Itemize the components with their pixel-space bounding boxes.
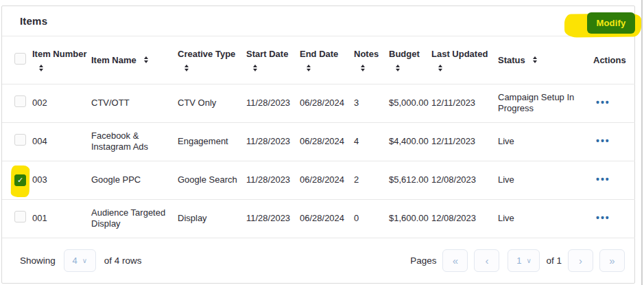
row-actions-button[interactable]: ••• <box>596 97 610 108</box>
modify-button[interactable]: Modify <box>587 12 635 34</box>
items-table: Item Number Item Name Creative Type <box>2 36 635 238</box>
cell-notes: 2 <box>354 161 389 199</box>
rows-per-page-select[interactable]: 4 ∨ <box>64 249 96 272</box>
sort-icon[interactable] <box>438 65 442 71</box>
sort-icon[interactable] <box>307 65 311 71</box>
table-row: 002 CTV/OTT CTV Only 11/28/2023 06/28/20… <box>2 84 635 122</box>
last-page-button[interactable]: » <box>599 249 625 272</box>
pages-label: Pages <box>410 255 436 266</box>
cell-end-date: 06/28/2024 <box>300 199 354 238</box>
cell-notes: 0 <box>354 199 389 238</box>
table-row: ✓ 003 Google PPC Google Search 11/28/202… <box>2 161 635 199</box>
col-budget[interactable]: Budget <box>389 36 431 84</box>
cell-status: Live <box>498 199 591 238</box>
cell-budget: $4,400.00 <box>389 122 431 161</box>
cell-item-name: Audience Targeted Display <box>91 199 178 238</box>
cell-item-number: 001 <box>32 199 91 238</box>
cell-last-updated: 12/11/2023 <box>431 84 498 122</box>
next-page-button[interactable]: › <box>568 249 593 272</box>
row-checkbox[interactable] <box>14 95 26 107</box>
sort-icon[interactable] <box>396 65 400 71</box>
cell-end-date: 06/28/2024 <box>300 161 354 199</box>
col-item-name[interactable]: Item Name <box>91 36 178 84</box>
check-icon: ✓ <box>17 176 23 184</box>
row-actions-button[interactable]: ••• <box>596 174 610 185</box>
cell-last-updated: 12/08/2023 <box>431 161 498 199</box>
cell-start-date: 11/28/2023 <box>246 122 300 161</box>
cell-notes: 4 <box>354 122 389 161</box>
page-value: 1 <box>516 255 521 266</box>
cell-end-date: 06/28/2024 <box>300 84 354 122</box>
cell-start-date: 11/28/2023 <box>246 84 300 122</box>
row-actions-button[interactable]: ••• <box>596 135 610 146</box>
rows-per-page-value: 4 <box>73 255 77 266</box>
col-status[interactable]: Status <box>498 36 591 84</box>
sort-icon[interactable] <box>39 65 43 71</box>
table-footer: Showing 4 ∨ of 4 rows Pages « ‹ 1 ∨ of 1… <box>2 238 634 284</box>
header-row: Item Number Item Name Creative Type <box>2 36 635 84</box>
cell-start-date: 11/28/2023 <box>246 199 300 238</box>
chevron-down-icon: ∨ <box>526 257 531 264</box>
col-status-label: Status <box>498 55 525 65</box>
col-end-date-label: End Date <box>300 49 338 59</box>
page-select[interactable]: 1 ∨ <box>508 249 540 272</box>
col-last-updated-label: Last Updated <box>431 49 488 59</box>
cell-status: Live <box>498 161 591 199</box>
col-notes-label: Notes <box>354 49 379 59</box>
cell-notes: 3 <box>354 84 389 122</box>
sort-icon[interactable] <box>184 65 189 71</box>
sort-icon[interactable] <box>533 56 537 63</box>
col-actions: Actions <box>591 36 635 84</box>
select-all-checkbox[interactable] <box>14 53 26 65</box>
col-start-date-label: Start Date <box>246 49 288 59</box>
cell-item-number: 004 <box>32 122 91 161</box>
cell-budget: $1,600.00 <box>389 199 431 238</box>
chevron-down-icon: ∨ <box>82 257 87 264</box>
col-budget-label: Budget <box>389 49 420 59</box>
prev-page-button[interactable]: ‹ <box>474 249 499 272</box>
cell-item-number: 002 <box>32 84 91 122</box>
cell-status: Campaign Setup In Progress <box>498 84 591 122</box>
row-checkbox[interactable] <box>14 211 26 223</box>
sort-icon[interactable] <box>253 65 257 71</box>
items-panel: Items Modify Item Number <box>1 5 635 284</box>
select-all-header <box>2 36 32 84</box>
table-row: 001 Audience Targeted Display Display 11… <box>2 199 635 238</box>
cell-item-number: 003 <box>32 161 91 199</box>
table-row: 004 Facebook & Instagram Ads Engagement … <box>2 122 635 161</box>
sort-icon[interactable] <box>144 56 148 63</box>
col-creative-type[interactable]: Creative Type <box>178 36 246 84</box>
row-actions-button[interactable]: ••• <box>596 212 610 223</box>
col-actions-label: Actions <box>593 55 626 65</box>
cell-item-name: CTV/OTT <box>91 84 178 122</box>
cell-creative-type: Engagement <box>178 122 246 161</box>
col-start-date[interactable]: Start Date <box>246 36 300 84</box>
first-page-button[interactable]: « <box>442 249 468 272</box>
row-checkbox-checked[interactable]: ✓ <box>14 174 26 186</box>
cell-budget: $5,612.00 <box>389 161 431 199</box>
cell-status: Live <box>498 122 591 161</box>
cell-start-date: 11/28/2023 <box>246 161 300 199</box>
panel-header: Items <box>2 6 634 36</box>
sort-icon[interactable] <box>361 65 365 71</box>
cell-item-name: Google PPC <box>91 161 178 199</box>
col-last-updated[interactable]: Last Updated <box>431 36 498 84</box>
cell-budget: $5,000.00 <box>389 84 431 122</box>
col-item-number-label: Item Number <box>32 49 86 59</box>
col-notes[interactable]: Notes <box>354 36 389 84</box>
pages-total-label: of 1 <box>546 255 562 266</box>
page-edge-divider <box>641 0 643 285</box>
cell-creative-type: CTV Only <box>178 84 246 122</box>
cell-creative-type: Display <box>178 199 246 238</box>
showing-label: Showing <box>20 255 56 266</box>
cell-last-updated: 12/08/2023 <box>431 199 498 238</box>
table-header: Item Number Item Name Creative Type <box>2 36 635 84</box>
col-item-number[interactable]: Item Number <box>32 36 91 84</box>
col-creative-type-label: Creative Type <box>178 49 235 59</box>
cell-creative-type: Google Search <box>178 161 246 199</box>
cell-item-name: Facebook & Instagram Ads <box>91 122 178 161</box>
col-item-name-label: Item Name <box>91 55 136 65</box>
col-end-date[interactable]: End Date <box>300 36 354 84</box>
row-checkbox[interactable] <box>14 134 26 146</box>
cell-last-updated: 12/11/2023 <box>431 122 498 161</box>
